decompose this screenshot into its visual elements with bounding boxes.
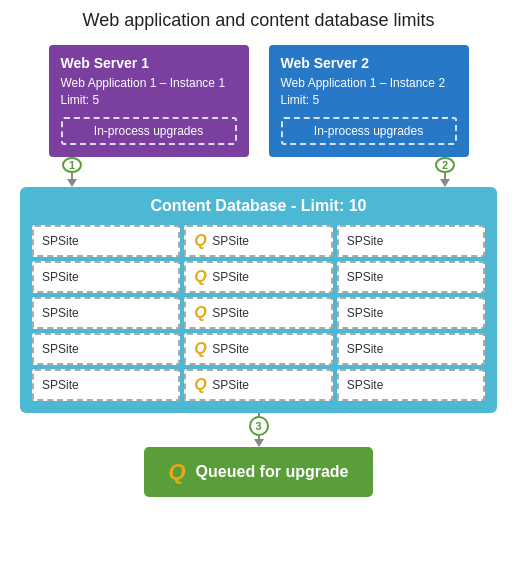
circle-1: 1 bbox=[62, 157, 82, 173]
arrow-3-line: 3 bbox=[249, 413, 269, 447]
bottom-arrow-section: 3 bbox=[10, 413, 507, 447]
spsite-cell: SPSite bbox=[337, 333, 485, 365]
spsite-cell: SPSite bbox=[337, 261, 485, 293]
queued-label: Queued for upgrade bbox=[196, 463, 349, 481]
spsite-cell: QSPSite bbox=[184, 369, 332, 401]
web-server-2: Web Server 2 Web Application 1 – Instanc… bbox=[269, 45, 469, 157]
page-layout: Web application and content database lim… bbox=[10, 10, 507, 497]
top-arrows: 1 2 bbox=[10, 157, 507, 187]
web-server-2-title: Web Server 2 bbox=[281, 55, 457, 71]
inprocess-box-2: In-process upgrades bbox=[281, 117, 457, 145]
spsite-cell: SPSite bbox=[32, 369, 180, 401]
spsite-cell: SPSite bbox=[337, 369, 485, 401]
web-servers-row: Web Server 1 Web Application 1 – Instanc… bbox=[10, 45, 507, 157]
spsite-cell: SPSite bbox=[337, 297, 485, 329]
q-icon: Q bbox=[194, 376, 208, 394]
q-icon: Q bbox=[194, 232, 208, 250]
inprocess-box-1: In-process upgrades bbox=[61, 117, 237, 145]
web-server-1-info: Web Application 1 – Instance 1 Limit: 5 bbox=[61, 75, 237, 109]
q-icon: Q bbox=[194, 268, 208, 286]
content-database: Content Database - Limit: 10 SPSite QSPS… bbox=[20, 187, 497, 413]
spsite-cell: SPSite bbox=[32, 225, 180, 257]
spsite-cell: SPSite bbox=[32, 261, 180, 293]
circle-3: 3 bbox=[249, 416, 269, 436]
page-title: Web application and content database lim… bbox=[10, 10, 507, 31]
spsite-cell: SPSite bbox=[32, 297, 180, 329]
web-server-1-title: Web Server 1 bbox=[61, 55, 237, 71]
spsite-cell: QSPSite bbox=[184, 261, 332, 293]
content-db-title: Content Database - Limit: 10 bbox=[32, 197, 485, 215]
spsite-cell: QSPSite bbox=[184, 333, 332, 365]
spsite-cell: SPSite bbox=[337, 225, 485, 257]
arrow-2: 2 bbox=[435, 157, 455, 187]
q-icon: Q bbox=[194, 340, 208, 358]
spsite-cell: QSPSite bbox=[184, 297, 332, 329]
spsite-cell: QSPSite bbox=[184, 225, 332, 257]
arrow-1: 1 bbox=[62, 157, 82, 187]
spsite-grid: SPSite QSPSite SPSite SPSite QSPSite SPS… bbox=[32, 225, 485, 401]
web-server-2-info: Web Application 1 – Instance 2 Limit: 5 bbox=[281, 75, 457, 109]
queued-q-icon: Q bbox=[168, 459, 185, 485]
queued-for-upgrade-box: Q Queued for upgrade bbox=[144, 447, 372, 497]
q-icon: Q bbox=[194, 304, 208, 322]
circle-2: 2 bbox=[435, 157, 455, 173]
web-server-1: Web Server 1 Web Application 1 – Instanc… bbox=[49, 45, 249, 157]
queued-row: Q Queued for upgrade bbox=[10, 447, 507, 497]
spsite-cell: SPSite bbox=[32, 333, 180, 365]
